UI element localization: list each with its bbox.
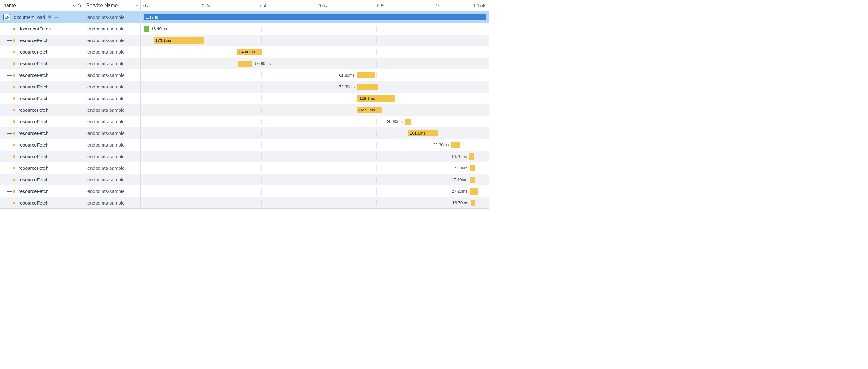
span-timeline-cell[interactable]: 61.80ms bbox=[141, 69, 489, 81]
span-timeline-cell[interactable]: 16.70ms bbox=[141, 197, 489, 208]
child-count-badge[interactable]: 16 bbox=[3, 14, 10, 20]
duration-bar[interactable] bbox=[471, 200, 476, 206]
filter-drop-icon[interactable] bbox=[78, 3, 81, 8]
tree-connector bbox=[3, 23, 19, 34]
tree-connector bbox=[3, 186, 19, 197]
span-timeline-cell[interactable]: 16.70ms bbox=[141, 151, 489, 162]
duration-bar[interactable]: 1.174s bbox=[144, 14, 486, 20]
span-status-dot bbox=[13, 202, 16, 204]
span-row[interactable]: resourceFetchendpoints-sample20.90ms bbox=[0, 116, 489, 127]
duration-label: 16.40ms bbox=[151, 26, 167, 32]
span-name-cell: resourceFetch bbox=[0, 116, 83, 127]
span-status-dot bbox=[13, 144, 16, 146]
span-row[interactable]: resourceFetchendpoints-sample50.90ms bbox=[0, 58, 489, 69]
duration-bar[interactable]: 101.6ms bbox=[408, 130, 438, 137]
span-row[interactable]: resourceFetchendpoints-sample16.70ms bbox=[0, 197, 489, 208]
span-row[interactable]: resourceFetchendpoints-sample82.90ms bbox=[0, 104, 489, 116]
tree-connector bbox=[3, 162, 19, 174]
span-row[interactable]: resourceFetchendpoints-sample101.6ms bbox=[0, 127, 489, 139]
duration-bar[interactable]: 173.1ms bbox=[154, 37, 204, 44]
span-timeline-cell[interactable]: 128.1ms bbox=[141, 92, 489, 104]
service-name: endpoints-sample bbox=[88, 142, 124, 147]
span-row[interactable]: resourceFetchendpoints-sample84.00ms bbox=[0, 46, 489, 58]
span-timeline-cell[interactable]: 82.90ms bbox=[141, 104, 489, 116]
chevron-down-icon[interactable] bbox=[135, 3, 138, 8]
more-actions-icon[interactable] bbox=[55, 15, 59, 20]
service-name: endpoints-sample bbox=[88, 49, 124, 55]
duration-bar[interactable] bbox=[357, 72, 375, 79]
span-timeline-cell[interactable]: 29.30ms bbox=[141, 139, 489, 151]
span-row[interactable]: resourceFetchendpoints-sample27.20ms bbox=[0, 186, 489, 197]
duration-bar[interactable]: 128.1ms bbox=[358, 95, 395, 102]
duration-bar[interactable] bbox=[357, 84, 378, 90]
column-header-service[interactable]: Service Name bbox=[83, 0, 141, 11]
span-row[interactable]: resourceFetchendpoints-sample17.40ms bbox=[0, 174, 489, 186]
span-timeline-cell[interactable]: 84.00ms bbox=[141, 46, 489, 58]
span-timeline-cell[interactable]: 1.174s bbox=[141, 11, 489, 23]
span-name: resourceFetch bbox=[19, 61, 49, 66]
span-name-cell: resourceFetch bbox=[0, 197, 83, 208]
column-label: name bbox=[3, 3, 16, 8]
span-timeline-cell[interactable]: 50.90ms bbox=[141, 58, 489, 69]
duration-bar[interactable] bbox=[470, 177, 475, 183]
span-timeline-cell[interactable]: 20.90ms bbox=[141, 116, 489, 127]
span-timeline-cell[interactable]: 72.30ms bbox=[141, 81, 489, 92]
span-name-cell: resourceFetch bbox=[0, 58, 83, 69]
span-service-cell: endpoints-sample bbox=[83, 46, 141, 58]
duration-bar[interactable] bbox=[405, 119, 411, 125]
span-row[interactable]: resourceFetchendpoints-sample72.30ms bbox=[0, 81, 489, 92]
span-timeline-cell[interactable]: 173.1ms bbox=[141, 34, 489, 46]
column-header-name[interactable]: name bbox=[0, 0, 83, 11]
span-service-cell: endpoints-sample bbox=[83, 69, 141, 81]
duration-bar[interactable] bbox=[470, 188, 478, 195]
span-status-dot bbox=[13, 132, 16, 135]
span-timeline-cell[interactable]: 17.60ms bbox=[141, 162, 489, 174]
span-name-cell: resourceFetch bbox=[0, 92, 83, 104]
span-row[interactable]: resourceFetchendpoints-sample173.1ms bbox=[0, 34, 489, 46]
span-name-cell: resourceFetch bbox=[0, 174, 83, 186]
timeline-tick: 0s bbox=[143, 3, 148, 8]
chevron-down-icon[interactable] bbox=[73, 3, 76, 8]
span-timeline-cell[interactable]: 101.6ms bbox=[141, 127, 489, 139]
span-timeline-cell[interactable]: 17.40ms bbox=[141, 174, 489, 186]
duration-bar[interactable]: 84.00ms bbox=[237, 49, 262, 55]
timeline-tick: 1.174s bbox=[473, 3, 486, 8]
duration-label: 20.90ms bbox=[387, 119, 403, 125]
span-row[interactable]: resourceFetchendpoints-sample128.1ms bbox=[0, 92, 489, 104]
span-timeline-cell[interactable]: 27.20ms bbox=[141, 186, 489, 197]
duration-bar[interactable] bbox=[451, 142, 460, 148]
tree-connector bbox=[3, 92, 19, 104]
span-service-cell: endpoints-sample bbox=[83, 11, 141, 23]
span-name-cell: resourceFetch bbox=[0, 81, 83, 92]
span-service-cell: endpoints-sample bbox=[83, 197, 141, 208]
service-name: endpoints-sample bbox=[88, 189, 124, 194]
span-name: documentFetch bbox=[19, 26, 51, 31]
service-name: endpoints-sample bbox=[88, 73, 124, 78]
duration-bar[interactable]: 82.90ms bbox=[358, 107, 382, 113]
zoom-in-icon[interactable] bbox=[48, 15, 52, 20]
span-name: resourceFetch bbox=[19, 84, 49, 89]
span-row[interactable]: resourceFetchendpoints-sample61.80ms bbox=[0, 69, 489, 81]
span-row-parent[interactable]: 16 documentLoad endpoints-sample 1.174s bbox=[0, 11, 489, 23]
span-status-dot bbox=[13, 167, 16, 169]
duration-bar[interactable] bbox=[470, 165, 475, 171]
span-service-cell: endpoints-sample bbox=[83, 162, 141, 174]
span-name-cell: 16 documentLoad bbox=[0, 11, 83, 23]
span-row[interactable]: documentFetchendpoints-sample16.40ms bbox=[0, 23, 489, 34]
service-name: endpoints-sample bbox=[88, 15, 124, 20]
duration-bar[interactable] bbox=[144, 26, 149, 32]
duration-bar[interactable] bbox=[469, 153, 474, 160]
span-service-cell: endpoints-sample bbox=[83, 174, 141, 186]
service-name: endpoints-sample bbox=[88, 165, 124, 171]
tree-connector bbox=[3, 127, 19, 139]
timeline-tick: 0.4s bbox=[260, 3, 269, 8]
span-row[interactable]: resourceFetchendpoints-sample17.60ms bbox=[0, 162, 489, 174]
span-name-cell: resourceFetch bbox=[0, 104, 83, 116]
span-status-dot bbox=[13, 178, 16, 181]
span-service-cell: endpoints-sample bbox=[83, 104, 141, 116]
span-timeline-cell[interactable]: 16.40ms bbox=[141, 23, 489, 34]
span-row[interactable]: resourceFetchendpoints-sample29.30ms bbox=[0, 139, 489, 151]
span-row[interactable]: resourceFetchendpoints-sample16.70ms bbox=[0, 151, 489, 162]
duration-bar[interactable] bbox=[238, 61, 252, 67]
span-service-cell: endpoints-sample bbox=[83, 127, 141, 139]
